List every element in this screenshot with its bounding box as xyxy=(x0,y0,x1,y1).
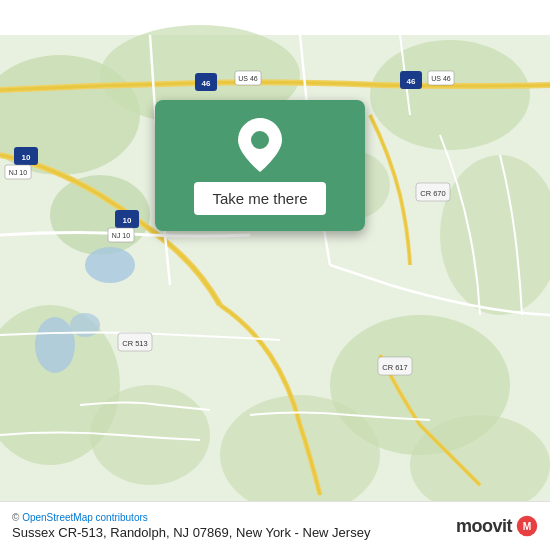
svg-point-12 xyxy=(85,247,135,283)
moovit-brand-text: moovit xyxy=(456,516,512,537)
osm-link[interactable]: OpenStreetMap contributors xyxy=(22,512,148,523)
svg-text:M: M xyxy=(523,521,532,532)
svg-text:CR 513: CR 513 xyxy=(122,339,147,348)
svg-text:46: 46 xyxy=(407,77,416,86)
svg-text:10: 10 xyxy=(22,153,31,162)
svg-text:NJ 10: NJ 10 xyxy=(9,169,27,176)
svg-point-13 xyxy=(35,317,75,373)
osm-copyright-symbol: © xyxy=(12,512,19,523)
svg-text:CR 670: CR 670 xyxy=(420,189,445,198)
bottom-info: © OpenStreetMap contributors Sussex CR-5… xyxy=(12,512,370,540)
svg-text:NJ 10: NJ 10 xyxy=(112,232,130,239)
moovit-logo: moovit M xyxy=(456,515,538,537)
location-text: Sussex CR-513, Randolph, NJ 07869, New Y… xyxy=(12,525,370,540)
map-container: 46 US 46 46 US 46 10 NJ 10 10 NJ 10 CR 5… xyxy=(0,0,550,550)
svg-text:10: 10 xyxy=(123,216,132,225)
take-me-there-button[interactable]: Take me there xyxy=(194,182,325,215)
svg-text:US 46: US 46 xyxy=(238,75,258,82)
svg-point-39 xyxy=(251,131,269,149)
pin-icon xyxy=(238,118,282,172)
svg-point-9 xyxy=(410,415,550,515)
location-card: Take me there xyxy=(155,100,365,231)
moovit-icon: M xyxy=(516,515,538,537)
svg-point-3 xyxy=(370,40,530,150)
svg-text:CR 617: CR 617 xyxy=(382,363,407,372)
svg-text:46: 46 xyxy=(202,79,211,88)
svg-text:US 46: US 46 xyxy=(431,75,451,82)
osm-credit: © OpenStreetMap contributors xyxy=(12,512,370,523)
map-background: 46 US 46 46 US 46 10 NJ 10 10 NJ 10 CR 5… xyxy=(0,0,550,550)
bottom-bar: © OpenStreetMap contributors Sussex CR-5… xyxy=(0,501,550,550)
